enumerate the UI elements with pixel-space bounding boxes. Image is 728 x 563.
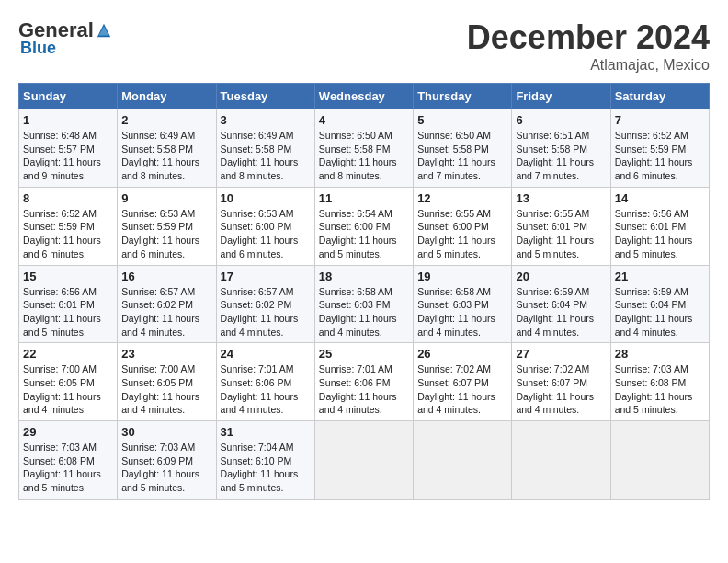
cell-content: Sunrise: 6:59 AMSunset: 6:04 PMDaylight:… — [615, 285, 705, 339]
cell-content: Sunrise: 6:49 AMSunset: 5:58 PMDaylight:… — [221, 129, 311, 183]
calendar-cell: 19 Sunrise: 6:58 AMSunset: 6:03 PMDaylig… — [414, 265, 512, 343]
col-friday: Friday — [512, 84, 610, 109]
cell-content: Sunrise: 6:53 AMSunset: 6:00 PMDaylight:… — [221, 207, 311, 261]
calendar-cell: 14 Sunrise: 6:56 AMSunset: 6:01 PMDaylig… — [610, 187, 709, 265]
cell-content: Sunrise: 7:01 AMSunset: 6:06 PMDaylight:… — [221, 362, 311, 417]
day-number: 17 — [221, 270, 311, 283]
cell-content: Sunrise: 7:04 AMSunset: 6:10 PMDaylight:… — [221, 441, 311, 495]
day-number: 11 — [319, 191, 409, 205]
calendar-table: Sunday Monday Tuesday Wednesday Thursday… — [18, 83, 710, 500]
day-number: 19 — [417, 270, 507, 283]
calendar-cell: 27 Sunrise: 7:02 AMSunset: 6:07 PMDaylig… — [512, 343, 610, 421]
day-number: 13 — [516, 191, 606, 205]
calendar-cell: 22 Sunrise: 7:00 AMSunset: 6:05 PMDaylig… — [19, 343, 118, 421]
cell-content: Sunrise: 6:51 AMSunset: 5:58 PMDaylight:… — [516, 129, 606, 183]
day-number: 5 — [417, 113, 507, 127]
calendar-cell: 29 Sunrise: 7:03 AMSunset: 6:08 PMDaylig… — [19, 421, 118, 500]
col-monday: Monday — [118, 84, 216, 109]
calendar-cell: 31 Sunrise: 7:04 AMSunset: 6:10 PMDaylig… — [216, 421, 314, 500]
calendar-cell: 10 Sunrise: 6:53 AMSunset: 6:00 PMDaylig… — [216, 187, 314, 265]
day-number: 9 — [121, 191, 211, 205]
week-row: 15 Sunrise: 6:56 AMSunset: 6:01 PMDaylig… — [19, 265, 710, 343]
cell-content: Sunrise: 6:55 AMSunset: 6:00 PMDaylight:… — [417, 207, 507, 261]
cell-content: Sunrise: 6:58 AMSunset: 6:03 PMDaylight:… — [319, 285, 409, 339]
logo-icon — [96, 22, 112, 39]
calendar-cell: 5 Sunrise: 6:50 AMSunset: 5:58 PMDayligh… — [414, 109, 512, 188]
cell-content: Sunrise: 7:03 AMSunset: 6:08 PMDaylight:… — [23, 441, 113, 495]
day-number: 30 — [121, 425, 211, 439]
col-saturday: Saturday — [610, 84, 709, 109]
calendar-cell: 4 Sunrise: 6:50 AMSunset: 5:58 PMDayligh… — [314, 109, 413, 188]
day-number: 12 — [417, 191, 507, 205]
day-number: 16 — [121, 270, 211, 283]
day-number: 29 — [23, 425, 113, 439]
week-row: 1 Sunrise: 6:48 AMSunset: 5:57 PMDayligh… — [19, 109, 710, 188]
cell-content: Sunrise: 6:59 AMSunset: 6:04 PMDaylight:… — [516, 285, 606, 339]
calendar-cell: 25 Sunrise: 7:01 AMSunset: 6:06 PMDaylig… — [314, 343, 413, 421]
day-number: 28 — [615, 347, 705, 361]
week-row: 22 Sunrise: 7:00 AMSunset: 6:05 PMDaylig… — [19, 343, 710, 421]
calendar-cell: 2 Sunrise: 6:49 AMSunset: 5:58 PMDayligh… — [118, 109, 216, 188]
cell-content: Sunrise: 7:01 AMSunset: 6:06 PMDaylight:… — [319, 362, 409, 417]
calendar-cell: 12 Sunrise: 6:55 AMSunset: 6:00 PMDaylig… — [414, 187, 512, 265]
calendar-cell: 20 Sunrise: 6:59 AMSunset: 6:04 PMDaylig… — [512, 265, 610, 343]
calendar-cell: 8 Sunrise: 6:52 AMSunset: 5:59 PMDayligh… — [19, 187, 118, 265]
month-title: December 2024 — [467, 18, 710, 57]
calendar-cell: 24 Sunrise: 7:01 AMSunset: 6:06 PMDaylig… — [216, 343, 314, 421]
cell-content: Sunrise: 6:57 AMSunset: 6:02 PMDaylight:… — [221, 285, 311, 339]
calendar-cell: 13 Sunrise: 6:55 AMSunset: 6:01 PMDaylig… — [512, 187, 610, 265]
cell-content: Sunrise: 7:03 AMSunset: 6:09 PMDaylight:… — [121, 441, 211, 495]
calendar-cell: 16 Sunrise: 6:57 AMSunset: 6:02 PMDaylig… — [118, 265, 216, 343]
day-number: 1 — [23, 113, 113, 127]
day-number: 2 — [121, 113, 211, 127]
cell-content: Sunrise: 7:03 AMSunset: 6:08 PMDaylight:… — [615, 362, 705, 417]
title-block: December 2024 Atlamajac, Mexico — [467, 18, 710, 74]
calendar-cell: 18 Sunrise: 6:58 AMSunset: 6:03 PMDaylig… — [314, 265, 413, 343]
cell-content: Sunrise: 6:52 AMSunset: 5:59 PMDaylight:… — [23, 207, 113, 261]
cell-content: Sunrise: 7:02 AMSunset: 6:07 PMDaylight:… — [417, 362, 507, 417]
day-number: 15 — [23, 270, 113, 283]
col-thursday: Thursday — [414, 84, 512, 109]
day-number: 24 — [221, 347, 311, 361]
day-number: 25 — [319, 347, 409, 361]
day-number: 23 — [121, 347, 211, 361]
day-number: 4 — [319, 113, 409, 127]
cell-content: Sunrise: 6:48 AMSunset: 5:57 PMDaylight:… — [23, 129, 113, 183]
location-subtitle: Atlamajac, Mexico — [467, 57, 710, 74]
calendar-cell — [314, 421, 413, 500]
cell-content: Sunrise: 6:54 AMSunset: 6:00 PMDaylight:… — [319, 207, 409, 261]
cell-content: Sunrise: 7:00 AMSunset: 6:05 PMDaylight:… — [121, 362, 211, 417]
col-tuesday: Tuesday — [216, 84, 314, 109]
day-number: 7 — [615, 113, 705, 127]
calendar-cell: 11 Sunrise: 6:54 AMSunset: 6:00 PMDaylig… — [314, 187, 413, 265]
calendar-cell: 26 Sunrise: 7:02 AMSunset: 6:07 PMDaylig… — [414, 343, 512, 421]
calendar-cell: 1 Sunrise: 6:48 AMSunset: 5:57 PMDayligh… — [19, 109, 118, 188]
week-row: 29 Sunrise: 7:03 AMSunset: 6:08 PMDaylig… — [19, 421, 710, 500]
calendar-cell: 21 Sunrise: 6:59 AMSunset: 6:04 PMDaylig… — [610, 265, 709, 343]
cell-content: Sunrise: 6:56 AMSunset: 6:01 PMDaylight:… — [23, 285, 113, 339]
cell-content: Sunrise: 6:50 AMSunset: 5:58 PMDaylight:… — [319, 129, 409, 183]
cell-content: Sunrise: 6:56 AMSunset: 6:01 PMDaylight:… — [615, 207, 705, 261]
col-wednesday: Wednesday — [314, 84, 413, 109]
cell-content: Sunrise: 7:02 AMSunset: 6:07 PMDaylight:… — [516, 362, 606, 417]
cell-content: Sunrise: 7:00 AMSunset: 6:05 PMDaylight:… — [23, 362, 113, 417]
day-number: 22 — [23, 347, 113, 361]
logo: General Blue — [18, 18, 112, 58]
header-row: Sunday Monday Tuesday Wednesday Thursday… — [19, 84, 710, 109]
day-number: 10 — [221, 191, 311, 205]
day-number: 6 — [516, 113, 606, 127]
day-number: 20 — [516, 270, 606, 283]
cell-content: Sunrise: 6:58 AMSunset: 6:03 PMDaylight:… — [417, 285, 507, 339]
calendar-cell — [512, 421, 610, 500]
calendar-cell: 28 Sunrise: 7:03 AMSunset: 6:08 PMDaylig… — [610, 343, 709, 421]
day-number: 26 — [417, 347, 507, 361]
calendar-body: 1 Sunrise: 6:48 AMSunset: 5:57 PMDayligh… — [19, 109, 710, 500]
cell-content: Sunrise: 6:53 AMSunset: 5:59 PMDaylight:… — [121, 207, 211, 261]
calendar-cell — [414, 421, 512, 500]
calendar-cell — [610, 421, 709, 500]
calendar-cell: 3 Sunrise: 6:49 AMSunset: 5:58 PMDayligh… — [216, 109, 314, 188]
calendar-cell: 9 Sunrise: 6:53 AMSunset: 5:59 PMDayligh… — [118, 187, 216, 265]
day-number: 14 — [615, 191, 705, 205]
day-number: 3 — [221, 113, 311, 127]
col-sunday: Sunday — [19, 84, 118, 109]
